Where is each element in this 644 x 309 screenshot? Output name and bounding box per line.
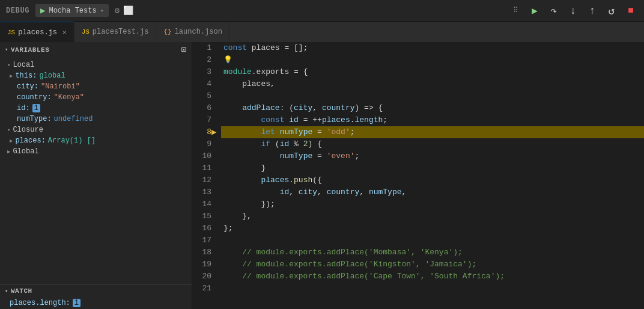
- tab-label-places-test-js: placesTest.js: [93, 28, 149, 36]
- watch-val: 1: [73, 299, 80, 307]
- code-line-20: // module.exports.addPlace('Cape Town', …: [221, 271, 644, 283]
- js-file-icon-2: JS: [82, 28, 90, 35]
- step-into-icon[interactable]: ↓: [565, 2, 582, 19]
- code-line-7: const id = ++places.length;: [221, 114, 644, 126]
- code-area: 1 2 3 4 5 6 7 8 9 10 11 12 13 14 15 16 1…: [192, 42, 644, 309]
- continue-icon[interactable]: ▶: [526, 2, 543, 19]
- variables-action-icon[interactable]: ⊡: [181, 44, 187, 55]
- places-expand-arrow: ▶: [10, 138, 13, 144]
- global-group[interactable]: ▶ Global: [0, 146, 192, 157]
- this-prop-name: this:: [15, 72, 37, 80]
- main-area: ▾ VARIABLES ⊡ ▾ Local ▶ this: global: [0, 42, 644, 309]
- settings-icon[interactable]: ⚙: [115, 5, 120, 16]
- debug-label: DEBUG: [0, 7, 35, 15]
- line-num-6: 6: [192, 102, 216, 114]
- stop-icon[interactable]: ■: [622, 2, 639, 19]
- code-line-21: [221, 283, 644, 295]
- open-editor-icon[interactable]: ⬜: [123, 5, 133, 16]
- code-line-2: 💡: [221, 54, 644, 66]
- warning-icon: 💡: [223, 54, 232, 66]
- tabs-bar: JS places.js ✕ JS placesTest.js {} launc…: [0, 22, 644, 42]
- local-group[interactable]: ▾ Local: [0, 60, 192, 70]
- watch-item-places-length[interactable]: places.length: 1: [0, 297, 192, 309]
- line-num-18: 18: [192, 246, 216, 259]
- code-line-17: [221, 234, 644, 246]
- config-dropdown-arrow[interactable]: ▾: [100, 7, 104, 14]
- line-num-13: 13: [192, 186, 216, 198]
- var-numtype[interactable]: numType: undefined: [0, 114, 192, 124]
- run-config[interactable]: ▶ Mocha Tests ▾: [35, 4, 109, 17]
- var-country[interactable]: country: "Kenya": [0, 92, 192, 103]
- line-num-20: 20: [192, 271, 216, 283]
- watch-header[interactable]: ▾ WATCH: [0, 285, 192, 297]
- line-numbers: 1 2 3 4 5 6 7 8 9 10 11 12 13 14 15 16 1…: [192, 42, 221, 309]
- code-line-1: const places = [];: [221, 42, 644, 54]
- var-city[interactable]: city: "Nairobi": [0, 81, 192, 92]
- debug-toolbar: ⚙ ⬜: [115, 5, 133, 16]
- watch-header-left: ▾ WATCH: [5, 287, 32, 295]
- tab-launch-json[interactable]: {} launch.json: [156, 22, 229, 42]
- js-file-icon: JS: [7, 29, 15, 36]
- closure-group[interactable]: ▾ Closure: [0, 124, 192, 135]
- code-lines: const places = []; 💡 module.exports = { …: [221, 42, 644, 309]
- line-num-11: 11: [192, 162, 216, 174]
- code-line-15: },: [221, 210, 644, 222]
- places-prop-name: places:: [15, 136, 45, 145]
- var-places[interactable]: ▶ places: Array(1) []: [0, 135, 192, 146]
- variables-content: ▾ Local ▶ this: global city: "Nairobi" c…: [0, 57, 192, 159]
- step-over-icon[interactable]: ↷: [545, 2, 562, 19]
- line-num-9: 9: [192, 138, 216, 150]
- this-expand-arrow: ▶: [10, 73, 13, 79]
- code-line-9: if (id % 2) {: [221, 138, 644, 150]
- restart-icon[interactable]: ↺: [603, 2, 620, 19]
- watch-expr: places.length:: [10, 299, 70, 307]
- line-num-16: 16: [192, 222, 216, 234]
- line-num-4: 4: [192, 78, 216, 90]
- numtype-prop-name: numType:: [17, 115, 52, 123]
- country-prop-value: "Kenya": [54, 93, 84, 102]
- line-num-19: 19: [192, 259, 216, 271]
- code-line-13: id, city, country, numType,: [221, 186, 644, 198]
- sidebar: ▾ VARIABLES ⊡ ▾ Local ▶ this: global: [0, 42, 192, 309]
- local-expand-arrow: ▾: [7, 62, 10, 69]
- right-toolbar: ⠿ ▶ ↷ ↓ ↑ ↺ ■: [507, 2, 644, 19]
- tab-label-places-js: places.js: [18, 28, 57, 37]
- line-num-12: 12: [192, 174, 216, 186]
- line-num-2: 2: [192, 54, 216, 66]
- closure-label: Closure: [13, 126, 43, 134]
- var-id[interactable]: id: 1: [0, 103, 192, 114]
- places-prop-value: Array(1) []: [48, 136, 96, 145]
- variables-section: ▾ VARIABLES ⊡ ▾ Local ▶ this: global: [0, 42, 192, 159]
- step-out-icon[interactable]: ↑: [584, 2, 601, 19]
- code-line-14: });: [221, 198, 644, 210]
- line-num-15: 15: [192, 210, 216, 222]
- code-line-4: places,: [221, 78, 644, 90]
- line-num-21: 21: [192, 283, 216, 295]
- code-line-5: [221, 90, 644, 102]
- code-line-16: };: [221, 222, 644, 234]
- line-num-1: 1: [192, 42, 216, 54]
- line-num-3: 3: [192, 66, 216, 78]
- local-label: Local: [13, 61, 34, 69]
- code-line-8: ▶ let numType = 'odd';: [221, 126, 644, 138]
- variables-label: VARIABLES: [11, 46, 49, 54]
- tab-places-test-js[interactable]: JS placesTest.js: [74, 22, 157, 42]
- debug-arrow: ▶: [211, 126, 216, 138]
- closure-expand-arrow: ▾: [7, 127, 10, 133]
- var-this[interactable]: ▶ this: global: [0, 70, 192, 81]
- config-name-label: Mocha Tests: [49, 7, 96, 15]
- city-prop-value: "Nairobi": [41, 82, 80, 91]
- grid-icon[interactable]: ⠿: [507, 2, 524, 19]
- editor[interactable]: 1 2 3 4 5 6 7 8 9 10 11 12 13 14 15 16 1…: [192, 42, 644, 309]
- line-num-5: 5: [192, 90, 216, 102]
- global-label: Global: [13, 147, 38, 156]
- variables-header[interactable]: ▾ VARIABLES ⊡: [0, 42, 192, 57]
- country-prop-name: country:: [17, 93, 52, 102]
- code-line-18: // module.exports.addPlace('Mombasa', 'K…: [221, 246, 644, 259]
- line-num-7: 7: [192, 114, 216, 126]
- tab-places-js[interactable]: JS places.js ✕: [0, 22, 74, 42]
- code-line-3: module.exports = {: [221, 66, 644, 78]
- id-prop-name: id:: [17, 104, 30, 112]
- close-tab-places-js[interactable]: ✕: [62, 28, 67, 36]
- city-prop-name: city:: [17, 82, 38, 91]
